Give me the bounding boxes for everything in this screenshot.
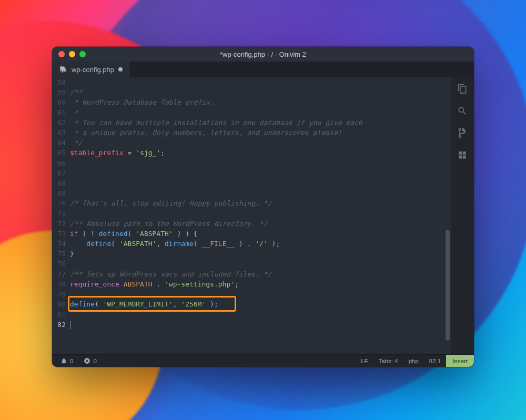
code-line[interactable] [70, 320, 439, 330]
window-controls [58, 51, 86, 57]
code-line[interactable]: /** [70, 87, 439, 97]
code-line[interactable]: require_once ABSPATH . 'wp-settings.php'… [70, 279, 439, 289]
status-mode[interactable]: Insert [446, 355, 474, 367]
code-line[interactable] [70, 178, 439, 188]
search-icon[interactable] [457, 106, 468, 116]
code-editor[interactable]: 5859606162636465666768697071727374757677… [52, 77, 451, 354]
status-indentation[interactable]: Tabs: 4 [373, 358, 403, 364]
code-line[interactable]: if ( ! defined( 'ABSPATH' ) ) { [70, 229, 439, 239]
status-language[interactable]: php [403, 358, 424, 364]
php-icon: 🐘 [59, 66, 67, 73]
code-line[interactable]: define( 'WP_MEMORY_LIMIT', '256M' ); [70, 299, 439, 309]
status-bar: 0 0 LF Tabs: 4 php 82,1 Insert [52, 354, 474, 367]
activity-bar [451, 77, 474, 354]
modified-indicator-icon [118, 67, 123, 71]
code-line[interactable] [70, 158, 439, 168]
code-line[interactable] [70, 188, 439, 198]
code-line[interactable] [70, 259, 439, 269]
code-line[interactable]: /* That's all, stop editing! Happy publi… [70, 198, 439, 208]
minimize-window-button[interactable] [69, 51, 75, 57]
code-line[interactable] [70, 289, 439, 299]
code-line[interactable]: /** Sets up WordPress vars and included … [70, 269, 439, 279]
line-number-gutter: 5859606162636465666768697071727374757677… [52, 77, 70, 354]
code-line[interactable]: $table_prefix = 'sjg_'; [70, 148, 439, 158]
code-line[interactable]: * WordPress Database Table prefix. [70, 97, 439, 107]
tab-wp-config[interactable]: 🐘 wp-config.php [52, 62, 130, 77]
vertical-scrollbar[interactable] [444, 77, 451, 354]
code-line[interactable]: */ [70, 138, 439, 148]
git-branch-icon[interactable] [457, 128, 468, 138]
grid-icon[interactable] [457, 150, 468, 160]
window-title: *wp-config.php - / - Onivim 2 [52, 50, 474, 58]
tab-bar: 🐘 wp-config.php [52, 62, 474, 77]
code-line[interactable]: } [70, 249, 439, 259]
code-line[interactable]: /** Absolute path to the WordPress direc… [70, 219, 439, 229]
scroll-thumb[interactable] [446, 230, 450, 341]
bell-icon [60, 357, 67, 364]
code-line[interactable]: define( 'ABSPATH', dirname( __FILE__ ) .… [70, 239, 439, 249]
status-notifications[interactable]: 0 [57, 357, 76, 364]
code-area[interactable]: /** * WordPress Database Table prefix. *… [70, 77, 444, 354]
close-window-button[interactable] [58, 51, 65, 57]
code-line[interactable] [70, 168, 439, 178]
titlebar[interactable]: *wp-config.php - / - Onivim 2 [52, 47, 474, 62]
tab-filename: wp-config.php [72, 66, 114, 74]
code-line[interactable] [70, 309, 439, 319]
error-icon [84, 357, 90, 364]
status-position[interactable]: 82,1 [424, 358, 446, 364]
code-line[interactable] [70, 208, 439, 218]
editor-window: *wp-config.php - / - Onivim 2 🐘 wp-confi… [52, 47, 474, 367]
status-line-ending[interactable]: LF [356, 358, 373, 364]
code-line[interactable] [70, 77, 439, 87]
code-line[interactable]: * [70, 108, 439, 118]
code-line[interactable]: * a unique prefix. Only numbers, letters… [70, 128, 439, 138]
zoom-window-button[interactable] [79, 51, 86, 57]
status-errors[interactable]: 0 [80, 357, 99, 364]
copy-icon[interactable] [457, 84, 468, 94]
code-line[interactable]: * You can have multiple installations in… [70, 118, 439, 128]
